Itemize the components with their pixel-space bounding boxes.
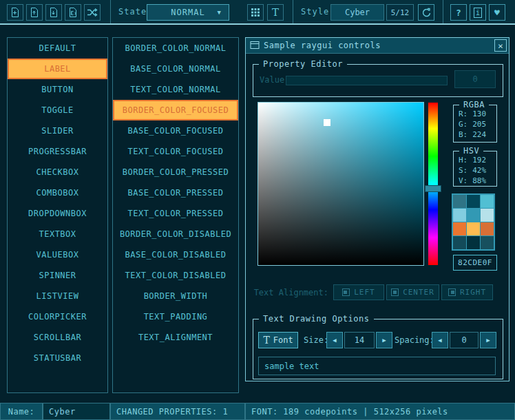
list-item-slider[interactable]: SLIDER — [8, 120, 107, 141]
sponsor-button[interactable]: ♥ — [489, 4, 505, 21]
list-item-border_color_normal[interactable]: BORDER_COLOR_NORMAL — [113, 38, 238, 59]
hsv-group: HSV H:192 S:42% V:88% — [453, 151, 497, 187]
hue-slider-handle[interactable] — [425, 185, 441, 192]
list-item-toggle[interactable]: TOGGLE — [8, 100, 107, 120]
palette-swatch[interactable] — [481, 195, 494, 208]
list-item-statusbar[interactable]: STATUSBAR — [8, 348, 107, 368]
close-button[interactable]: × — [494, 39, 507, 52]
style-name-textbox[interactable]: Cyber — [43, 403, 110, 420]
palette-swatch[interactable] — [467, 236, 480, 249]
palette-swatch[interactable] — [453, 209, 466, 222]
sample-text-textbox[interactable]: sample text — [258, 357, 496, 375]
about-button[interactable]: i — [470, 4, 486, 21]
palette-swatch[interactable] — [467, 209, 480, 222]
style-table-button[interactable] — [247, 4, 264, 21]
palette-swatch[interactable] — [467, 195, 480, 208]
list-item-dropdownbox[interactable]: DROPDOWNBOX — [8, 203, 107, 224]
spacing-increment-button[interactable]: ▶ — [480, 332, 496, 348]
list-item-border_width[interactable]: BORDER_WIDTH — [113, 286, 238, 306]
hue-bar[interactable] — [428, 103, 438, 265]
list-item-label[interactable]: LABEL — [8, 59, 107, 79]
list-item-text_color_normal[interactable]: TEXT_COLOR_NORMAL — [113, 79, 238, 100]
list-item-listview[interactable]: LISTVIEW — [8, 286, 107, 306]
arrow-right-icon: ▶ — [382, 337, 386, 344]
sample-controls-window: Sample raygui controls × Property Editor… — [245, 37, 509, 381]
export-file-button[interactable] — [65, 4, 81, 21]
list-item-checkbox[interactable]: CHECKBOX — [8, 162, 107, 182]
palette-swatch[interactable] — [481, 236, 494, 249]
status-font-info: FONT: 189 codepoints | 512x256 pixels — [245, 403, 515, 420]
value-label: Value: — [260, 75, 289, 85]
size-value-box[interactable]: 14 — [344, 332, 375, 348]
toolbar-separator — [443, 0, 443, 23]
list-item-combobox[interactable]: COMBOBOX — [8, 182, 107, 203]
style-color-palette — [452, 193, 495, 251]
palette-swatch[interactable] — [453, 236, 466, 249]
file-new-icon — [10, 7, 21, 18]
list-item-text_color_disabled[interactable]: TEXT_COLOR_DISABLED — [113, 265, 238, 286]
palette-swatch[interactable] — [453, 195, 466, 208]
new-file-button[interactable] — [7, 4, 23, 21]
list-item-text_color_pressed[interactable]: TEXT_COLOR_PRESSED — [113, 203, 238, 224]
status-changed-properties: CHANGED PROPERTIES: 1 — [110, 403, 245, 420]
list-item-spinner[interactable]: SPINNER — [8, 265, 107, 286]
palette-swatch[interactable] — [453, 222, 466, 235]
list-item-valuebox[interactable]: VALUEBOX — [8, 244, 107, 265]
list-item-border_color_disabled[interactable]: BORDER_COLOR_DISABLED — [113, 224, 238, 244]
group-label: HSV — [459, 146, 483, 156]
reload-style-button[interactable] — [418, 4, 434, 21]
spacing-label: Spacing: — [395, 332, 434, 348]
font-atlas-button[interactable]: T — [267, 4, 284, 21]
rgba-row: R:130 — [454, 109, 496, 119]
open-file-button[interactable] — [26, 4, 43, 21]
align-right-button[interactable]: RIGHT — [441, 284, 493, 300]
properties-listview: BORDER_COLOR_NORMALBASE_COLOR_NORMALTEXT… — [112, 37, 239, 393]
file-open-icon — [29, 7, 40, 18]
window-icon — [250, 41, 260, 50]
reload-icon — [421, 8, 432, 18]
style-name-value: Cyber — [345, 8, 370, 17]
palette-swatch[interactable] — [467, 222, 480, 235]
list-item-button[interactable]: BUTTON — [8, 79, 107, 100]
palette-swatch[interactable] — [481, 209, 494, 222]
list-item-border_color_pressed[interactable]: BORDER_COLOR_PRESSED — [113, 162, 238, 182]
list-item-progressbar[interactable]: PROGRESSBAR — [8, 141, 107, 162]
info-icon: i — [474, 8, 482, 18]
spacing-value-box[interactable]: 0 — [450, 332, 479, 348]
list-item-default[interactable]: DEFAULT — [8, 38, 107, 59]
list-item-base_color_pressed[interactable]: BASE_COLOR_PRESSED — [113, 182, 238, 203]
load-font-button[interactable]: T Font — [258, 332, 298, 348]
size-decrement-button[interactable]: ◀ — [326, 332, 343, 348]
style-name-button[interactable]: Cyber — [330, 4, 384, 21]
list-item-base_color_normal[interactable]: BASE_COLOR_NORMAL — [113, 59, 238, 79]
list-item-text_padding[interactable]: TEXT_PADDING — [113, 306, 238, 327]
rgba-row: G:205 — [454, 119, 496, 129]
list-item-border_color_focused[interactable]: BORDER_COLOR_FOCUSED — [113, 100, 238, 120]
randomize-style-button[interactable] — [84, 4, 101, 21]
palette-swatch[interactable] — [481, 222, 494, 235]
state-dropdown[interactable]: NORMAL ▼ — [147, 4, 229, 21]
list-item-text_alignment[interactable]: TEXT_ALIGNMENT — [113, 327, 238, 348]
list-item-colorpicker[interactable]: COLORPICKER — [8, 306, 107, 327]
file-save-icon — [48, 7, 59, 18]
list-item-text_color_focused[interactable]: TEXT_COLOR_FOCUSED — [113, 141, 238, 162]
size-increment-button[interactable]: ▶ — [376, 332, 392, 348]
arrow-left-icon: ◀ — [438, 337, 441, 344]
list-item-textbox[interactable]: TEXTBOX — [8, 224, 107, 244]
hex-value-textbox[interactable]: 82CDE0F — [453, 255, 497, 271]
align-left-button[interactable]: LEFT — [333, 284, 384, 300]
color-picker-area[interactable] — [258, 102, 424, 266]
help-button[interactable]: ? — [450, 4, 467, 21]
value-slider[interactable] — [286, 76, 448, 85]
spacing-decrement-button[interactable]: ◀ — [432, 332, 448, 348]
list-item-scrollbar[interactable]: SCROLLBAR — [8, 327, 107, 348]
window-title: Sample raygui controls — [264, 41, 381, 50]
size-label: Size: — [304, 332, 328, 348]
save-file-button[interactable] — [45, 4, 62, 21]
status-name-label: Name: — [0, 403, 43, 420]
arrow-left-icon: ◀ — [333, 337, 336, 344]
list-item-base_color_focused[interactable]: BASE_COLOR_FOCUSED — [113, 120, 238, 141]
align-center-button[interactable]: CENTER — [386, 284, 439, 300]
list-item-base_color_disabled[interactable]: BASE_COLOR_DISABLED — [113, 244, 238, 265]
value-box[interactable]: 0 — [454, 70, 496, 88]
